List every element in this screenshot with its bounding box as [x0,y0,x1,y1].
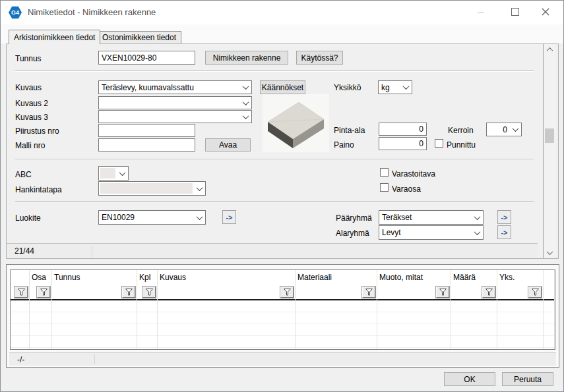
alaryhma-combo[interactable]: Levyt [379,225,484,240]
grid-cell [497,336,543,348]
grid-column-materiaali: Materiaali [296,270,377,349]
grid-column-m-r-: Määrä [451,270,497,349]
grid-cell [137,300,157,312]
grid-cell [137,324,157,336]
grid-filter-cell [497,285,543,300]
hankintatapa-combo[interactable] [98,181,206,196]
filter-funnel-icon [18,289,25,296]
chevron-down-icon[interactable] [472,211,483,224]
abc-label: ABC [15,170,32,179]
kuvaus2-combo[interactable] [98,96,252,109]
malli-input[interactable] [98,138,195,152]
grid-cell [296,324,377,336]
abc-value [100,168,115,179]
app-icon: G4 [9,6,22,19]
filter-button[interactable] [37,287,50,298]
grid-cell [377,336,451,348]
grid-column-osa: Osa [30,270,52,349]
kerroin-combo[interactable]: 0 [486,123,522,136]
kuvaus3-label: Kuvaus 3 [15,113,48,122]
filter-button[interactable] [528,287,542,298]
structure-grid: OsaTunnusKplKuvausMateriaaliMuoto, mitat… [10,269,555,350]
paaryhma-combo[interactable]: Teräkset [379,210,484,225]
punnittu-label: Punnittu [447,140,476,150]
ok-button[interactable]: OK [444,372,495,386]
grid-column-header[interactable]: Kuvaus [158,270,295,285]
grid-column-header[interactable]: Kpl [137,270,157,285]
kaytossa-button[interactable]: Käytössä? [296,51,343,65]
scroll-up-button[interactable] [544,44,555,55]
tab-ostonimikkeen-tiedot[interactable]: Ostonimikkeen tiedot [97,31,181,43]
chevron-down-icon[interactable] [194,211,205,224]
grid-cell [451,324,497,336]
abc-combo[interactable] [98,166,129,181]
chevron-down-icon[interactable] [117,167,128,180]
grid-column-header[interactable]: Yks. [497,270,543,285]
grid-cell [497,300,543,312]
grid-column-header[interactable]: Tunnus [52,270,137,285]
grid-filter-cell [11,285,29,300]
kuvaus-combo[interactable]: Teräslevy, kuumavalssattu [98,80,252,94]
filter-button[interactable] [142,287,156,298]
grid-cell [11,324,29,336]
paaryhma-value: Teräkset [379,211,472,224]
grid-column-header[interactable]: Osa [30,270,51,285]
paaryhma-arrow-button[interactable]: -> [497,210,511,224]
filter-funnel-icon [146,289,153,296]
grid-column-header[interactable]: Määrä [451,270,497,285]
piirustus-input[interactable] [98,124,195,137]
luokite-arrow-button[interactable]: -> [222,210,236,224]
chevron-down-icon[interactable] [472,226,483,239]
grid-column-tunnus: Tunnus [52,270,137,349]
grid-cell [377,300,451,312]
kuvaus3-combo[interactable] [98,110,252,123]
chevron-down-icon[interactable] [194,182,205,195]
maximize-button[interactable] [500,1,530,22]
chevron-down-icon[interactable] [240,111,251,123]
scroll-down-button[interactable] [544,247,555,258]
minimize-button[interactable] [466,1,496,22]
luokite-combo[interactable]: EN10029 [98,210,206,225]
varaosa-checkbox[interactable] [380,183,389,192]
kerroin-value: 0 [487,123,510,136]
chevron-down-icon[interactable] [240,81,251,94]
grid-column-header[interactable]: Materiaali [296,270,377,285]
vertical-scrollbar[interactable] [543,44,555,258]
filter-button[interactable] [15,287,28,298]
grid-record-counter: -/- [17,355,24,364]
grid-column-header[interactable] [11,270,29,285]
punnittu-checkbox[interactable] [435,139,443,148]
grid-filter-cell [451,285,497,300]
filter-button[interactable] [482,287,495,298]
nimikkeen-rakenne-button[interactable]: Nimikkeen rakenne [205,51,288,65]
grid-cell [544,312,554,324]
yksikko-label: Yksikkö [334,83,361,92]
grid-cell [296,312,377,324]
kaannokset-button[interactable]: Käännökset [260,80,305,94]
tab-arkistonimikkeen-tiedot[interactable]: Arkistonimikkeen tiedot [9,30,100,44]
filter-button[interactable] [122,287,135,298]
grid-column-header[interactable]: Muoto, mitat [377,270,451,285]
avaa-button[interactable]: Avaa [205,138,251,152]
yksikko-combo[interactable]: kg [378,80,412,94]
cancel-button[interactable]: Peruuta [502,372,553,386]
grid-cell [52,300,137,312]
grid-filter-cell [296,285,377,300]
varastoitava-checkbox[interactable] [380,168,389,177]
structure-table-panel: OsaTunnusKplKuvausMateriaaliMuoto, mitat… [6,264,559,368]
filter-button[interactable] [362,287,375,298]
alaryhma-arrow-button[interactable]: -> [497,225,511,239]
chevron-down-icon[interactable] [510,123,521,136]
pinta-ala-input[interactable] [379,123,427,136]
close-button[interactable] [530,1,561,22]
paino-input[interactable] [379,137,427,150]
separator [15,201,534,202]
title-bar[interactable]: G4 Nimiketiedot - Nimikkeen rakenne [1,1,563,24]
chevron-down-icon[interactable] [400,81,412,94]
filter-button[interactable] [436,287,449,298]
filter-button[interactable] [280,287,294,298]
chevron-down-icon[interactable] [240,97,251,109]
scrollbar-thumb[interactable] [545,128,554,143]
tunnus-input[interactable] [98,51,195,65]
grid-column-row-selector [11,270,30,349]
